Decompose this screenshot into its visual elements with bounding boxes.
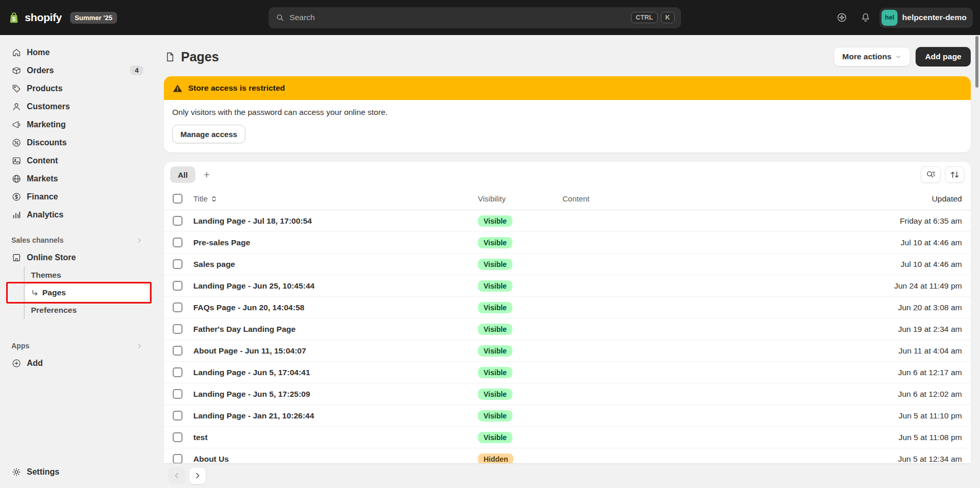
sidebar-item-products[interactable]: Products — [6, 79, 148, 97]
row-checkbox[interactable] — [173, 238, 182, 247]
row-checkbox[interactable] — [173, 324, 182, 334]
table-row[interactable]: Landing Page - Jun 25, 10:45:44 Visible … — [164, 275, 971, 297]
manage-access-button[interactable]: Manage access — [172, 125, 245, 143]
markets-icon — [11, 174, 22, 184]
table-row[interactable]: FAQs Page - Jun 20, 14:04:58 Visible Jun… — [164, 297, 971, 318]
page-title-link[interactable]: Landing Page - Jun 25, 10:45:44 — [193, 281, 478, 291]
store-access-banner: Store access is restricted Only visitors… — [164, 76, 971, 153]
scrollbar-thumb[interactable] — [975, 36, 978, 88]
sidebar-item-themes[interactable]: Themes — [25, 266, 148, 284]
sidebar-item-finance[interactable]: Finance — [6, 188, 148, 206]
table-row[interactable]: test Visible Jun 5 at 11:08 pm — [164, 427, 971, 448]
table-row[interactable]: Landing Page - Jun 5, 17:25:09 Visible J… — [164, 383, 971, 405]
sidekick-icon[interactable] — [832, 8, 852, 27]
add-page-button[interactable]: Add page — [916, 47, 971, 66]
row-checkbox[interactable] — [173, 367, 182, 377]
table-row[interactable]: Pre-sales Page Visible Jul 10 at 4:46 am — [164, 232, 971, 254]
visibility-badge: Visible — [478, 302, 512, 313]
table-row[interactable]: About Page - Jun 11, 15:04:07 Visible Ju… — [164, 340, 971, 362]
page-title-link[interactable]: Landing Page - Jun 5, 17:25:09 — [193, 390, 478, 399]
warning-icon — [172, 83, 183, 94]
search-input[interactable] — [290, 13, 627, 22]
page-title-link[interactable]: Landing Page - Jul 18, 17:00:54 — [193, 216, 478, 226]
sidebar-item-add-app[interactable]: Add — [6, 354, 148, 372]
row-checkbox[interactable] — [173, 216, 182, 226]
page-title-link[interactable]: About Page - Jun 11, 15:04:07 — [193, 346, 478, 356]
discounts-icon — [11, 138, 22, 148]
table-row[interactable]: About Us Hidden Jun 5 at 12:34 am — [164, 448, 971, 463]
global-search[interactable]: CTRL K — [269, 7, 681, 28]
table-row[interactable]: Landing Page - Jul 18, 17:00:54 Visible … — [164, 210, 971, 232]
row-checkbox[interactable] — [173, 302, 182, 312]
visibility-badge: Visible — [478, 367, 512, 378]
table-row[interactable]: Landing Page - Jun 5, 17:04:41 Visible J… — [164, 362, 971, 383]
row-checkbox[interactable] — [173, 432, 182, 442]
sidebar-item-discounts[interactable]: Discounts — [6, 133, 148, 152]
page-title-link[interactable]: Father's Day Landing Page — [193, 325, 478, 334]
add-view-button[interactable] — [198, 166, 215, 183]
sidebar-item-customers[interactable]: Customers — [6, 97, 148, 115]
table-row[interactable]: Sales page Visible Jul 10 at 4:46 am — [164, 254, 971, 275]
content-icon — [11, 156, 22, 166]
column-header-title[interactable]: Title — [193, 194, 478, 203]
updated-cell: Jul 10 at 4:46 am — [789, 238, 962, 247]
sidebar-item-marketing[interactable]: Marketing — [6, 115, 148, 133]
table-row[interactable]: Father's Day Landing Page Visible Jun 19… — [164, 318, 971, 340]
search-and-filter-button[interactable] — [921, 166, 941, 183]
next-page-button[interactable] — [189, 467, 206, 484]
sidebar-item-orders[interactable]: Orders 4 — [6, 61, 148, 79]
previous-page-button[interactable] — [168, 467, 186, 484]
page-title-link[interactable]: FAQs Page - Jun 20, 14:04:58 — [193, 303, 478, 312]
store-icon — [11, 253, 22, 263]
column-header-updated: Updated — [789, 194, 962, 204]
ctrl-keycap: CTRL — [631, 12, 657, 23]
select-all-checkbox[interactable] — [173, 194, 182, 204]
sidebar-item-markets[interactable]: Markets — [6, 170, 148, 188]
finance-icon — [11, 192, 22, 202]
apps-header[interactable]: Apps — [6, 338, 148, 354]
row-checkbox[interactable] — [173, 259, 182, 269]
column-header-visibility: Visibility — [478, 194, 562, 203]
sort-button[interactable] — [945, 166, 965, 183]
chevron-down-icon — [895, 54, 902, 60]
page-title-link[interactable]: Landing Page - Jun 5, 17:04:41 — [193, 368, 478, 377]
updated-cell: Jun 20 at 3:08 am — [789, 303, 962, 312]
more-actions-button[interactable]: More actions — [834, 47, 911, 66]
table-row[interactable]: Landing Page - Jan 21, 10:26:44 Visible … — [164, 405, 971, 427]
orders-count-badge: 4 — [130, 65, 143, 75]
sidebar-item-home[interactable]: Home — [6, 43, 148, 61]
chevron-right-icon — [136, 237, 143, 244]
row-checkbox[interactable] — [173, 389, 182, 399]
page-title-link[interactable]: Landing Page - Jan 21, 10:26:44 — [193, 411, 478, 420]
updated-cell: Jun 5 at 11:08 pm — [789, 433, 962, 442]
analytics-icon — [11, 210, 22, 220]
page-title-link[interactable]: Sales page — [193, 260, 478, 269]
sidebar-item-pages[interactable]: Pages — [25, 284, 148, 301]
avatar: hel — [882, 10, 898, 26]
page-title-link[interactable]: test — [193, 433, 478, 442]
row-checkbox[interactable] — [173, 411, 182, 420]
updated-cell: Jun 6 at 12:02 am — [789, 390, 962, 399]
sidebar-item-settings[interactable]: Settings — [6, 463, 148, 481]
sidebar-item-analytics[interactable]: Analytics — [6, 206, 148, 224]
pages-icon — [164, 51, 176, 63]
row-checkbox[interactable] — [173, 346, 182, 356]
tab-all[interactable]: All — [170, 166, 195, 183]
sidebar-item-content[interactable]: Content — [6, 152, 148, 170]
row-checkbox[interactable] — [173, 281, 182, 291]
visibility-badge: Hidden — [478, 453, 513, 464]
row-checkbox[interactable] — [173, 454, 182, 463]
column-header-content: Content — [562, 194, 789, 203]
visibility-badge: Visible — [478, 215, 512, 227]
shopify-logo[interactable]: S shopify — [7, 11, 62, 24]
page-title-link[interactable]: About Us — [193, 455, 478, 464]
sidebar-item-preferences[interactable]: Preferences — [25, 301, 148, 319]
updated-cell: Friday at 6:35 am — [789, 216, 962, 226]
notifications-bell-icon[interactable] — [856, 8, 875, 27]
page-header: Pages More actions Add page — [164, 44, 971, 69]
updated-cell: Jun 5 at 11:10 pm — [789, 411, 962, 420]
account-menu[interactable]: hel helpcenter-demo — [879, 8, 973, 28]
sidebar-item-online-store[interactable]: Online Store — [6, 248, 148, 266]
sales-channels-header[interactable]: Sales channels — [6, 232, 148, 248]
page-title-link[interactable]: Pre-sales Page — [193, 238, 478, 247]
